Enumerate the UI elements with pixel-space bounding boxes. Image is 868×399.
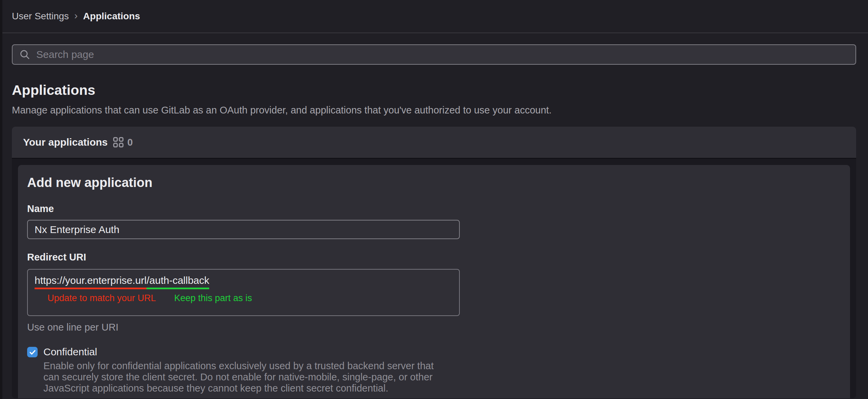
uri-host-part: https://your.enterprise.url bbox=[35, 275, 146, 289]
breadcrumb: User Settings › Applications bbox=[12, 11, 140, 22]
your-applications-body: Add new application Name Redirect URI ht… bbox=[12, 159, 856, 398]
page-content: Applications Manage applications that ca… bbox=[0, 44, 868, 398]
search-icon bbox=[19, 48, 31, 61]
uri-path-part: /auth-callback bbox=[146, 275, 209, 289]
redirect-uri-annotations: Update to match your URL Keep this part … bbox=[35, 293, 452, 303]
your-applications-section: Your applications 0 Add new application … bbox=[12, 127, 856, 398]
confidential-help-line: can securely store the client secret. Do… bbox=[43, 372, 434, 383]
search-input[interactable] bbox=[36, 45, 849, 64]
confidential-checkbox[interactable] bbox=[27, 347, 38, 357]
confidential-help: Enable only for confidential application… bbox=[43, 360, 434, 394]
applications-count-badge: 0 bbox=[127, 137, 133, 148]
top-bar: User Settings › Applications bbox=[0, 0, 868, 33]
chevron-right-icon: › bbox=[74, 10, 78, 21]
uri-annotation-update: Update to match your URL bbox=[47, 293, 156, 303]
confidential-label[interactable]: Confidential bbox=[43, 346, 434, 358]
add-application-title: Add new application bbox=[27, 174, 841, 191]
redirect-uri-value: https://your.enterprise.url/auth-callbac… bbox=[35, 274, 452, 287]
name-label: Name bbox=[27, 203, 841, 214]
uri-annotation-keep: Keep this part as is bbox=[174, 293, 252, 303]
applications-grid-icon bbox=[113, 137, 124, 148]
breadcrumb-user-settings[interactable]: User Settings bbox=[12, 11, 69, 22]
add-application-card: Add new application Name Redirect URI ht… bbox=[18, 165, 850, 398]
checkmark-icon bbox=[29, 349, 36, 356]
breadcrumb-applications: Applications bbox=[83, 11, 140, 22]
application-name-input[interactable] bbox=[27, 220, 460, 239]
redirect-uri-textarea[interactable]: https://your.enterprise.url/auth-callbac… bbox=[27, 269, 460, 316]
window-left-edge bbox=[0, 0, 2, 399]
your-applications-header: Your applications 0 bbox=[12, 127, 856, 159]
your-applications-title: Your applications bbox=[23, 136, 107, 148]
page-description: Manage applications that can use GitLab … bbox=[12, 104, 856, 116]
page-search-box[interactable] bbox=[12, 44, 856, 65]
redirect-uri-label: Redirect URI bbox=[27, 251, 841, 263]
page-title: Applications bbox=[12, 82, 856, 99]
confidential-help-line: Enable only for confidential application… bbox=[43, 360, 434, 372]
confidential-row: Confidential Enable only for confidentia… bbox=[27, 346, 841, 394]
redirect-uri-help: Use one line per URI bbox=[27, 321, 841, 333]
confidential-text-col: Confidential Enable only for confidentia… bbox=[43, 346, 434, 394]
confidential-help-line: JavaScript applications because they can… bbox=[43, 383, 434, 394]
